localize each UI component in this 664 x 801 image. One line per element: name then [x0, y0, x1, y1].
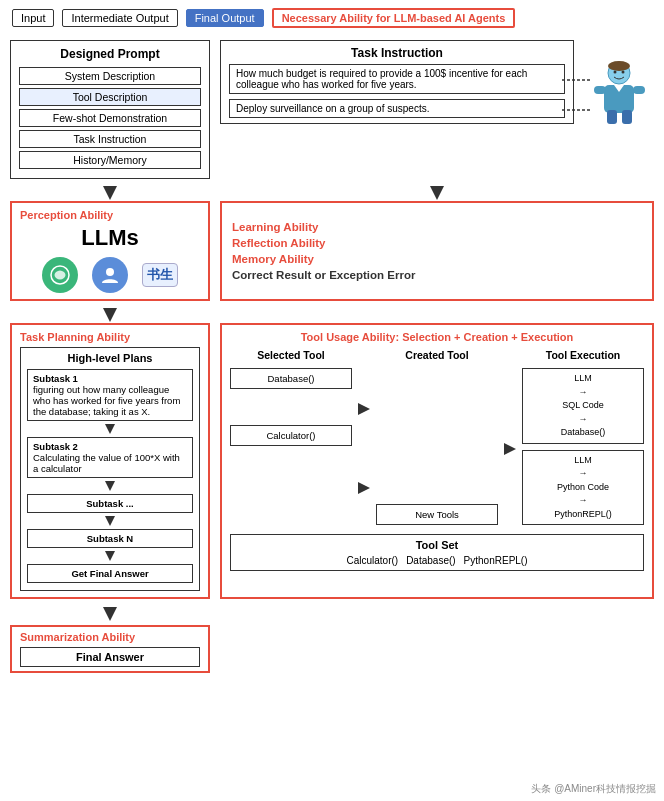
task-instr-items: How much budget is required to provide a…: [229, 64, 565, 118]
dp-item-2: Few-shot Demonstration: [19, 109, 201, 127]
designed-prompt-title: Designed Prompt: [19, 47, 201, 61]
correct-result-label: Correct Result or Exception Error: [232, 269, 642, 281]
task-planning-box: Task Planning Ability High-level Plans S…: [10, 323, 210, 599]
arrow-lines-svg: [562, 60, 642, 140]
arrow-down-2: [430, 186, 444, 200]
perception-ability-label: Perception Ability: [20, 209, 200, 221]
subtask-n: Subtask N: [27, 529, 193, 548]
arrow-right-2: [358, 482, 370, 494]
tool-exec-col: Tool Execution LLM→SQL Code→Database() L…: [522, 349, 644, 528]
high-level-plans: High-level Plans Subtask 1 figuring out …: [20, 347, 200, 591]
designed-prompt-box: Designed Prompt System Description Tool …: [10, 40, 210, 179]
mid-arrows: [10, 187, 654, 199]
legend-final: Final Output: [186, 9, 264, 27]
dp-item-3: Task Instruction: [19, 130, 201, 148]
chatgpt-icon: [42, 257, 78, 293]
learning-ability-label: Learning Ability: [232, 221, 642, 233]
legend-necessary: Necessary Ability for LLM-based AI Agent…: [272, 8, 516, 28]
arrow-to-summarization: [10, 607, 210, 621]
task-instruction-col: Task Instruction How much budget is requ…: [220, 40, 574, 124]
svg-marker-22: [504, 443, 516, 455]
tool-set-items: Calculator() Database() PythonREPL(): [239, 555, 635, 566]
svg-marker-16: [105, 424, 115, 434]
task-instruction-title: Task Instruction: [229, 46, 565, 60]
tool-set-item-2: PythonREPL(): [464, 555, 528, 566]
selected-tool-header: Selected Tool: [230, 349, 352, 361]
plans-title: High-level Plans: [27, 352, 193, 364]
arrow-right-3: [504, 443, 516, 455]
summarization-row: Summarization Ability Final Answer: [10, 625, 654, 673]
tool-set-item-0: Calculator(): [346, 555, 398, 566]
created-tool-header: Created Tool: [376, 349, 498, 361]
summarization-box: Summarization Ability Final Answer: [10, 625, 210, 673]
svg-point-14: [106, 268, 114, 276]
top-row: Designed Prompt System Description Tool …: [10, 40, 654, 179]
legend-intermediate: Intermediate Output: [62, 9, 177, 27]
svg-marker-18: [105, 516, 115, 526]
task-planning-label: Task Planning Ability: [20, 331, 200, 343]
database-btn: Database(): [230, 368, 352, 389]
new-tools-btn: New Tools: [376, 504, 498, 525]
tool-set-title: Tool Set: [239, 539, 635, 551]
tool-usage-inner: Selected Tool Database() Calculator() Cr…: [230, 349, 644, 528]
arrow-down-1: [103, 186, 117, 200]
subtask-ellipsis: Subtask ...: [27, 494, 193, 513]
selected-tool-col: Selected Tool Database() Calculator(): [230, 349, 352, 528]
bottom-section: Task Planning Ability High-level Plans S…: [10, 323, 654, 599]
subtask-1: Subtask 1 figuring out how many colleagu…: [27, 369, 193, 421]
reflection-ability-label: Reflection Ability: [232, 237, 642, 249]
svg-marker-19: [105, 551, 115, 561]
task-instruction-box: Task Instruction How much budget is requ…: [220, 40, 574, 124]
mid-arrows-2: [10, 309, 654, 321]
perception-row: Perception Ability LLMs: [10, 201, 654, 301]
legend-bar: Input Intermediate Output Final Output N…: [0, 0, 664, 36]
watermark: 头条 @AMiner科技情报挖掘: [531, 782, 656, 796]
subtask-2: Subtask 2 Calculating the value of 100*X…: [27, 437, 193, 478]
shuisheng-icon: 书生: [142, 263, 178, 287]
task-instr-0: How much budget is required to provide a…: [229, 64, 565, 94]
summarization-label: Summarization Ability: [20, 631, 200, 643]
tool-set-box: Tool Set Calculator() Database() PythonR…: [230, 534, 644, 571]
legend-input: Input: [12, 9, 54, 27]
svg-marker-17: [105, 481, 115, 491]
subtask-arrow-1: [27, 424, 193, 434]
arrow-down-4: [103, 607, 117, 621]
memory-ability-label: Memory Ability: [232, 253, 642, 265]
right-abilities-box: Learning Ability Reflection Ability Memo…: [220, 201, 654, 301]
exec-item-1: LLM→SQL Code→Database(): [522, 368, 644, 444]
llm-box: Perception Ability LLMs: [10, 201, 210, 301]
exec-item-2: LLM→Python Code→PythonREPL(): [522, 450, 644, 526]
svg-marker-21: [358, 482, 370, 494]
person-icon: [92, 257, 128, 293]
final-answer-box: Final Answer: [20, 647, 200, 667]
created-tool-col: Created Tool New Tools: [376, 349, 498, 528]
tool-exec-header: Tool Execution: [522, 349, 644, 361]
svg-marker-23: [103, 607, 117, 621]
tool-set-item-1: Database(): [406, 555, 455, 566]
svg-marker-20: [358, 403, 370, 415]
dp-item-0: System Description: [19, 67, 201, 85]
dp-item-1: Tool Description: [19, 88, 201, 106]
subtask-arrow-4: [27, 551, 193, 561]
tool-usage-label: Tool Usage Ability: Selection + Creation…: [230, 331, 644, 343]
calculator-btn: Calculator(): [230, 425, 352, 446]
svg-marker-12: [103, 186, 117, 200]
tool-usage-box: Tool Usage Ability: Selection + Creation…: [220, 323, 654, 599]
avatar-col: [584, 40, 654, 134]
get-final-answer: Get Final Answer: [27, 564, 193, 583]
svg-marker-13: [430, 186, 444, 200]
subtask-arrow-2: [27, 481, 193, 491]
arrow-down-3: [103, 308, 117, 322]
svg-marker-15: [103, 308, 117, 322]
llm-title: LLMs: [20, 225, 200, 251]
task-instr-1: Deploy surveillance on a group of suspec…: [229, 99, 565, 118]
dp-item-4: History/Memory: [19, 151, 201, 169]
subtask-arrow-3: [27, 516, 193, 526]
arrow-right-1: [358, 403, 370, 415]
llm-icons: 书生: [20, 257, 200, 293]
